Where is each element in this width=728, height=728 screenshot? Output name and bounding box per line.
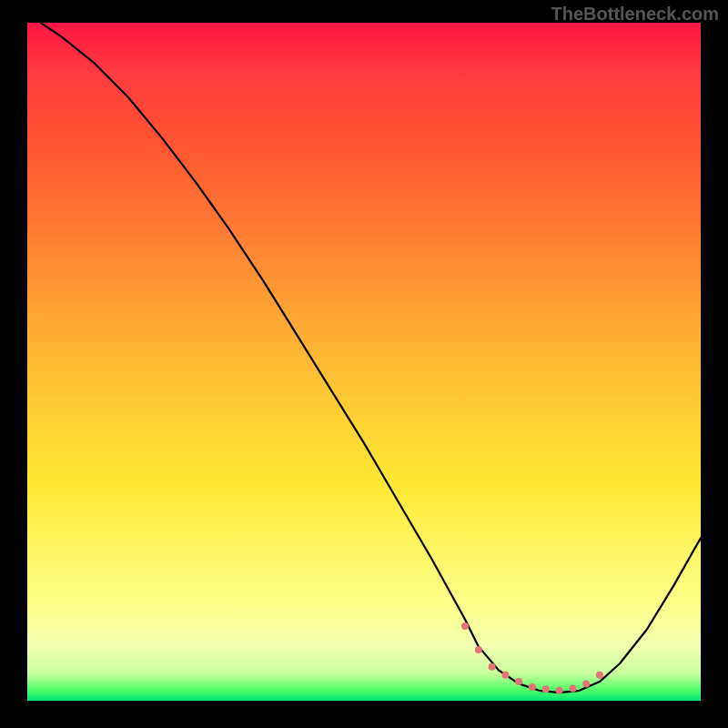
marker-dot xyxy=(515,678,522,685)
bottleneck-curve xyxy=(41,23,701,693)
marker-dot xyxy=(501,672,509,679)
marker-dot xyxy=(596,672,603,679)
plot-area xyxy=(27,23,701,701)
marker-dot xyxy=(569,685,576,693)
marker-dot xyxy=(461,622,469,630)
optimal-range-markers xyxy=(461,622,603,694)
marker-dot xyxy=(582,680,590,687)
watermark-text: TheBottleneck.com xyxy=(551,4,719,25)
marker-dot xyxy=(556,687,563,694)
marker-dot xyxy=(542,685,550,693)
marker-dot xyxy=(475,646,482,653)
marker-dot xyxy=(529,683,536,691)
chart-container: TheBottleneck.com xyxy=(0,0,728,728)
marker-dot xyxy=(489,663,496,671)
curve-layer xyxy=(27,23,701,701)
